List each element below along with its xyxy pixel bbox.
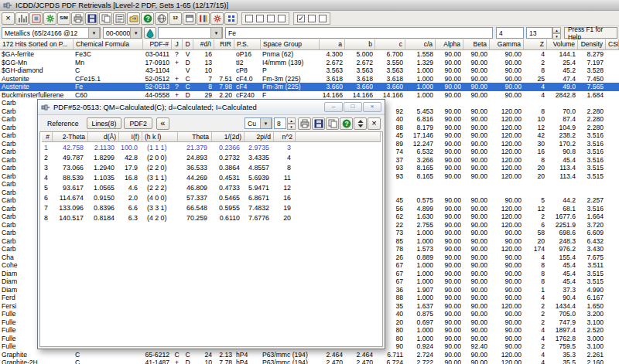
checkbox[interactable] [319, 15, 327, 22]
formula-search-input[interactable]: Fe [225, 27, 493, 39]
column-header[interactable]: Gamma [490, 39, 524, 50]
spin-up-icon[interactable]: ▴ [552, 27, 561, 33]
column-header[interactable]: c/a [405, 39, 436, 50]
line-row[interactable]: 7133.0960.83966.6(3 3 1)66.5480.59557.48… [40, 203, 382, 213]
table-row[interactable]: GraphiteC65-6212CC242.13hP4P63/mmc (194)… [0, 351, 619, 359]
column-header[interactable]: CSD# [606, 39, 619, 50]
lines-column-header[interactable]: 2pi/d [245, 132, 274, 142]
line-row[interactable]: 6114.6740.91502.0(4 0 0)57.3370.54656.86… [40, 193, 382, 203]
checkbox[interactable] [308, 15, 316, 22]
line-row[interactable]: 249.7871.829942.8(2 0 0)24.8930.27323.43… [40, 153, 382, 163]
lines-column-header[interactable]: # [42, 132, 53, 142]
spin-down-icon[interactable]: ▾ [287, 124, 296, 130]
export-button[interactable] [127, 12, 140, 25]
line-row[interactable]: 373.0661.294017.9(2 2 0)36.5330.38644.85… [40, 163, 382, 173]
column-header[interactable]: Volume [547, 39, 578, 50]
web-button[interactable] [155, 12, 168, 25]
line-row[interactable]: 8140.5170.81846.3(4 2 0)70.2590.61107.67… [40, 213, 382, 223]
table-row[interactable]: $GH-diamondC43-1104V10cP8P3.5633.5633.56… [0, 66, 619, 75]
lines-column-header[interactable]: 2-Theta [53, 132, 88, 142]
pairs-button[interactable] [224, 12, 238, 25]
lines-column-header[interactable]: n^2 [274, 132, 296, 142]
line-count-field[interactable]: 8 [274, 117, 286, 129]
help-button[interactable]: ? [340, 117, 353, 130]
column-header[interactable]: Density [578, 39, 606, 50]
checkbox[interactable] [245, 15, 253, 22]
column-header[interactable]: #d/I [193, 39, 214, 50]
table-row[interactable]: Graphite-2HC41-1487+D107.78hP4P63/mmc (1… [0, 359, 619, 364]
copy-button[interactable] [99, 12, 112, 25]
table-row[interactable]: $GG-MnMn17-0910+D13tI2I4/mmm (139)2.6722… [0, 59, 619, 67]
line-row[interactable]: 142.7582.1130100.0(1 1 1)21.3790.23662.9… [40, 143, 382, 153]
frame-button[interactable] [29, 12, 43, 25]
dspacing-button[interactable]: S/M [57, 12, 70, 25]
preview-fan-button[interactable] [43, 12, 56, 25]
cell: 14.166 [321, 91, 343, 100]
table-row[interactable]: BuckminsterfullereneC6044-0558+D292.20cF… [0, 91, 619, 100]
copy-button[interactable] [326, 117, 339, 130]
table-row[interactable]: AusteniteFe52-0513?C87.98cF4Fm-3m (225)3… [0, 83, 619, 91]
save-button[interactable] [85, 12, 98, 25]
close-button[interactable]: × [363, 102, 381, 112]
column-header[interactable]: 172 Hits Sorted on P... [0, 39, 74, 50]
lines-column-header[interactable]: Theta [178, 132, 212, 142]
spin-up-icon[interactable]: ▴ [287, 117, 296, 124]
print-button[interactable] [298, 117, 311, 130]
help-button[interactable]: ? [141, 12, 154, 25]
save-button[interactable] [312, 117, 325, 130]
column-header[interactable]: PDF-# [143, 39, 172, 50]
anode-select[interactable]: Cu ▼ [245, 117, 272, 129]
left-spin-field[interactable]: 4 [496, 27, 524, 39]
column-header[interactable]: J [172, 39, 183, 50]
window-button[interactable] [183, 12, 196, 25]
cell: 976.2 [549, 245, 576, 253]
spin-down-icon[interactable]: ▾ [552, 33, 561, 39]
tab-lines[interactable]: Lines(8) [87, 117, 122, 129]
column-header[interactable]: Chemical Formula [74, 39, 143, 50]
line-row[interactable]: 488.5391.103516.8(3 1 1)44.2690.45315.69… [40, 173, 382, 183]
sets-button[interactable]: 12 [169, 12, 182, 25]
pdf-number-combo[interactable]: 00-0000 ▼ [103, 27, 142, 39]
right-spin-field[interactable]: 13 [526, 27, 552, 39]
report-button[interactable] [113, 12, 126, 25]
database-selector[interactable]: Metallics (65/24166 @12 ▼ [2, 27, 101, 39]
minimize-button[interactable]: – [324, 102, 343, 112]
colormap-button[interactable] [197, 12, 210, 25]
droplet-button[interactable] [144, 27, 156, 39]
close-button[interactable]: × [2, 12, 15, 25]
navigate-button[interactable]: « [156, 117, 169, 130]
element-count-spinner[interactable]: ▴ ▾ [552, 27, 561, 39]
table-row[interactable]: AusteniteCFe15.152-0512+C77.51cF4.0Fm-3m… [0, 75, 619, 83]
column-header[interactable]: Beta [463, 39, 490, 50]
dialog-titlebar[interactable]: PDF#52-0513: QM=Calculated(C); d=Calcula… [38, 100, 385, 115]
column-header[interactable]: b [345, 39, 375, 50]
column-header[interactable]: c [375, 39, 405, 50]
line-count-spinner[interactable]: ▴ ▾ [287, 117, 296, 129]
column-header[interactable]: D [183, 39, 193, 50]
lines-column-header[interactable]: 1/(2d) [212, 132, 245, 142]
line-row[interactable]: 593.6171.05654.6(2 2 2)46.8090.47335.947… [40, 183, 382, 193]
checkbox[interactable] [278, 15, 286, 22]
sort-updown-button[interactable] [354, 117, 367, 130]
print-button[interactable] [71, 12, 84, 25]
filter-combo[interactable]: ▼ [158, 27, 223, 39]
column-header[interactable]: P.S. [234, 39, 261, 50]
checkbox[interactable] [267, 15, 275, 22]
column-header[interactable]: Z [524, 39, 547, 50]
maximize-button[interactable]: □ [344, 102, 362, 112]
tab-pdf2[interactable]: PDF2 [124, 117, 152, 129]
pattern-button[interactable] [15, 12, 29, 25]
lines-column-header[interactable]: I(f) [119, 132, 142, 142]
column-header[interactable]: RIR [214, 39, 234, 50]
column-header[interactable]: a [320, 39, 345, 50]
target-button[interactable] [210, 12, 224, 25]
lines-column-header[interactable]: (h k l) [142, 132, 178, 142]
checkbox-checked[interactable]: ✓ [297, 15, 305, 22]
lines-column-header[interactable]: d(Å) [88, 132, 119, 142]
checkbox[interactable] [256, 15, 264, 22]
column-header[interactable]: Space Group [261, 39, 320, 50]
column-header[interactable]: Alpha [436, 39, 463, 50]
menu-reference[interactable]: Reference [42, 117, 84, 129]
table-row[interactable]: $GA-ferriteFe3C03-0411?V16oP16Pnma (62)4… [0, 50, 619, 59]
close-button[interactable]: × [368, 117, 381, 130]
